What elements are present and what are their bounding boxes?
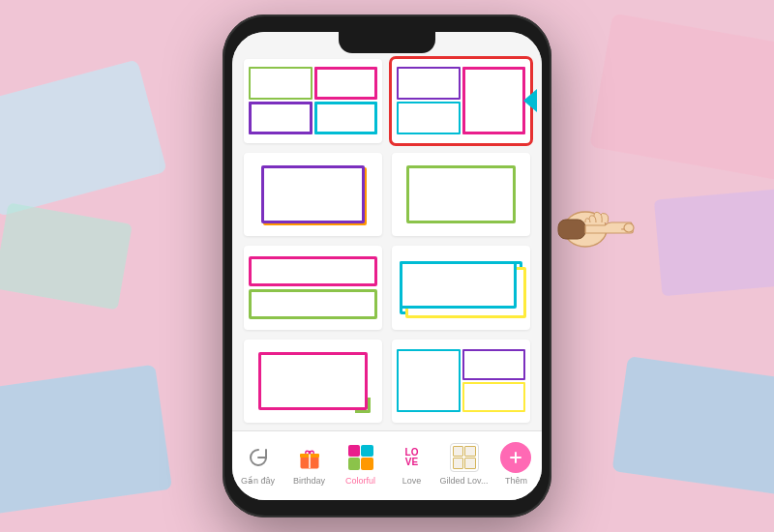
svg-rect-6: [612, 356, 774, 495]
frame-card-7[interactable]: [244, 340, 382, 424]
tab-item-colorful[interactable]: Colorful: [338, 442, 384, 487]
tab-label-more: Thêm: [505, 476, 527, 487]
tab-item-more[interactable]: Thêm: [492, 442, 539, 487]
svg-point-11: [564, 212, 607, 247]
tab-label-love: Love: [402, 476, 422, 487]
tab-label-recent: Gần đây: [241, 476, 275, 487]
more-icon: [500, 442, 531, 473]
svg-rect-12: [558, 220, 585, 239]
frame-card-6[interactable]: [392, 246, 530, 330]
phone-notch: [339, 32, 435, 53]
recent-icon: [243, 442, 274, 473]
svg-rect-4: [589, 14, 774, 181]
tab-label-birthday: Birthday: [293, 476, 325, 487]
svg-rect-1: [0, 59, 167, 216]
gift-icon: [294, 442, 325, 473]
tab-item-love[interactable]: LOVE Love: [389, 442, 435, 487]
colorful-icon: [345, 442, 376, 473]
tab-bar: Gần đây B: [232, 430, 542, 500]
frame-card-2-selected[interactable]: [392, 59, 530, 143]
frame-card-3[interactable]: [244, 153, 382, 237]
frame-card-1[interactable]: [244, 59, 382, 143]
svg-rect-3: [0, 365, 172, 517]
frame-card-8[interactable]: [392, 340, 530, 424]
tab-item-gilded[interactable]: Gilded Lov...: [440, 442, 489, 487]
tab-item-recent[interactable]: Gần đây: [235, 442, 282, 487]
tab-label-gilded: Gilded Lov...: [440, 476, 489, 487]
frame-card-5[interactable]: [244, 246, 382, 330]
svg-rect-5: [654, 188, 774, 297]
svg-point-10: [308, 451, 311, 454]
svg-point-13: [624, 223, 634, 232]
svg-rect-2: [0, 202, 133, 310]
love-icon: LOVE: [397, 442, 428, 473]
frames-scroll: [232, 32, 542, 430]
frame-card-4[interactable]: [392, 153, 530, 237]
phone: Gần đây B: [223, 15, 551, 517]
tab-item-birthday[interactable]: Birthday: [286, 442, 333, 487]
frames-area[interactable]: [232, 32, 542, 430]
hand-cursor: [551, 189, 639, 270]
gilded-icon: [449, 442, 480, 473]
tab-label-colorful: Colorful: [345, 476, 375, 487]
